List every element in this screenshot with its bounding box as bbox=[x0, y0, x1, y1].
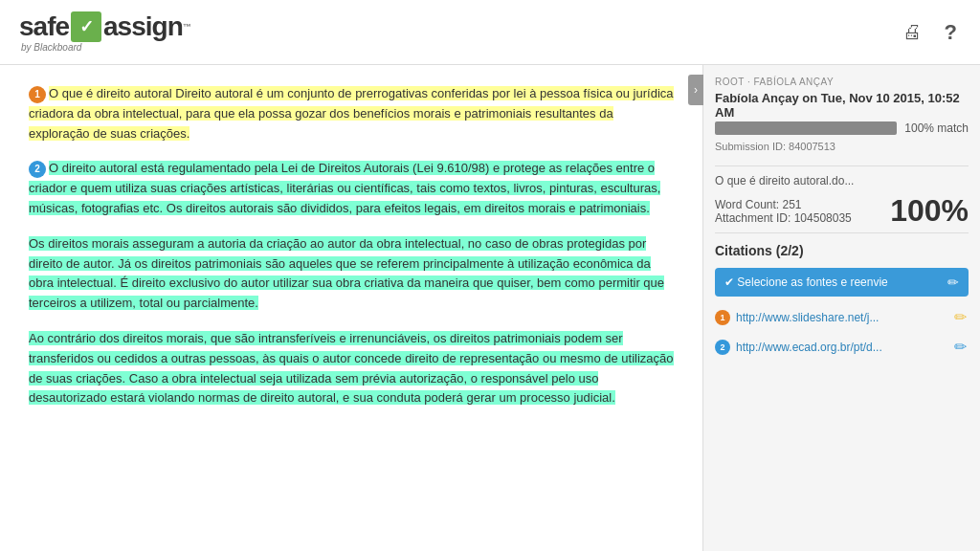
paragraph-4-text: Ao contrário dos direitos morais, que sã… bbox=[29, 331, 674, 405]
citation-link-1[interactable]: 1 http://www.slideshare.net/j... bbox=[715, 310, 952, 325]
reenvie-label: ✔ Selecione as fontes e reenvie bbox=[724, 276, 888, 289]
match-bar-fill bbox=[715, 121, 897, 135]
badge-2: 2 bbox=[29, 161, 46, 178]
word-count-row: Word Count: 251 Attachment ID: 104508035… bbox=[715, 193, 969, 229]
citation-pencil-icon-1: ✏ bbox=[954, 309, 967, 325]
paragraph-2: 2O direito autoral está regulamentado pe… bbox=[29, 159, 674, 218]
logo-safe: safe bbox=[19, 11, 69, 42]
header-icons: 🖨 ? bbox=[899, 16, 961, 49]
header: safe ✓ assign ™ by Blackboard 🖨 ? bbox=[0, 0, 980, 65]
citation-item-2: 2 http://www.ecad.org.br/pt/d... ✏ bbox=[715, 336, 969, 358]
author-name: Fabíola Ançay on Tue, Nov 10 2015, 10:52… bbox=[715, 91, 969, 120]
logo-check-icon: ✓ bbox=[71, 11, 101, 42]
paragraph-4: Ao contrário dos direitos morais, que sã… bbox=[29, 329, 674, 408]
help-button[interactable]: ? bbox=[941, 16, 961, 49]
citation-item-1: 1 http://www.slideshare.net/j... ✏ bbox=[715, 306, 969, 328]
logo-area: safe ✓ assign ™ by Blackboard bbox=[19, 11, 190, 53]
citation-pencil-icon-2: ✏ bbox=[954, 339, 967, 355]
citation-url-2: http://www.ecad.org.br/pt/d... bbox=[736, 341, 882, 354]
word-count: Word Count: 251 bbox=[715, 198, 852, 211]
logo: safe ✓ assign ™ bbox=[19, 11, 190, 42]
badge-1: 1 bbox=[29, 86, 46, 103]
print-button[interactable]: 🖨 bbox=[899, 17, 925, 47]
print-icon: 🖨 bbox=[902, 21, 922, 42]
paragraph-1: 1O que é direito autoral Direito autoral… bbox=[29, 84, 674, 143]
help-icon: ? bbox=[945, 20, 957, 44]
citations-title: Citations (2/2) bbox=[715, 243, 969, 258]
logo-subtitle: by Blackboard bbox=[21, 42, 81, 53]
word-count-info: Word Count: 251 Attachment ID: 104508035 bbox=[715, 198, 852, 225]
paragraph-3-text: Os direitos morais asseguram a autoria d… bbox=[29, 236, 664, 310]
citation-link-2[interactable]: 2 http://www.ecad.org.br/pt/d... bbox=[715, 340, 952, 355]
reenvie-button[interactable]: ✔ Selecione as fontes e reenvie ✏ bbox=[715, 268, 969, 297]
citation-icon-button-2[interactable]: ✏ bbox=[952, 336, 969, 358]
match-percent-label: 100% match bbox=[904, 121, 969, 135]
match-bar bbox=[715, 121, 897, 135]
citation-badge-2: 2 bbox=[715, 340, 730, 355]
citation-badge-1: 1 bbox=[715, 310, 730, 325]
paragraph-2-text: O direito autoral está regulamentado pel… bbox=[29, 161, 660, 215]
big-percent: 100% bbox=[890, 193, 969, 229]
divider-1 bbox=[715, 165, 969, 166]
main-layout: 1O que é direito autoral Direito autoral… bbox=[0, 65, 980, 551]
attachment-id: Attachment ID: 104508035 bbox=[715, 211, 852, 225]
panel-content: ROOT · FABÍOLA ANÇAY Fabíola Ançay on Tu… bbox=[703, 65, 980, 551]
match-bar-row: 100% match bbox=[715, 121, 969, 135]
paragraph-3: Os direitos morais asseguram a autoria d… bbox=[29, 234, 674, 314]
submission-id: Submission ID: 84007513 bbox=[715, 141, 969, 152]
citations-section: Citations (2/2) ✔ Selecione as fontes e … bbox=[715, 232, 969, 358]
document-area: 1O que é direito autoral Direito autoral… bbox=[0, 65, 702, 551]
citation-url-1: http://www.slideshare.net/j... bbox=[736, 311, 879, 324]
logo-assign: assign bbox=[103, 11, 183, 42]
paragraph-1-text: O que é direito autoral Direito autoral … bbox=[29, 86, 674, 141]
right-panel: › ROOT · FABÍOLA ANÇAY Fabíola Ançay on … bbox=[702, 65, 980, 551]
pencil-icon: ✏ bbox=[947, 275, 959, 290]
doc-title: O que é direito autoral.do... bbox=[715, 174, 969, 187]
panel-toggle-button[interactable]: › bbox=[688, 75, 703, 105]
root-label: ROOT · FABÍOLA ANÇAY bbox=[715, 77, 969, 87]
citation-icon-button-1[interactable]: ✏ bbox=[952, 306, 969, 328]
